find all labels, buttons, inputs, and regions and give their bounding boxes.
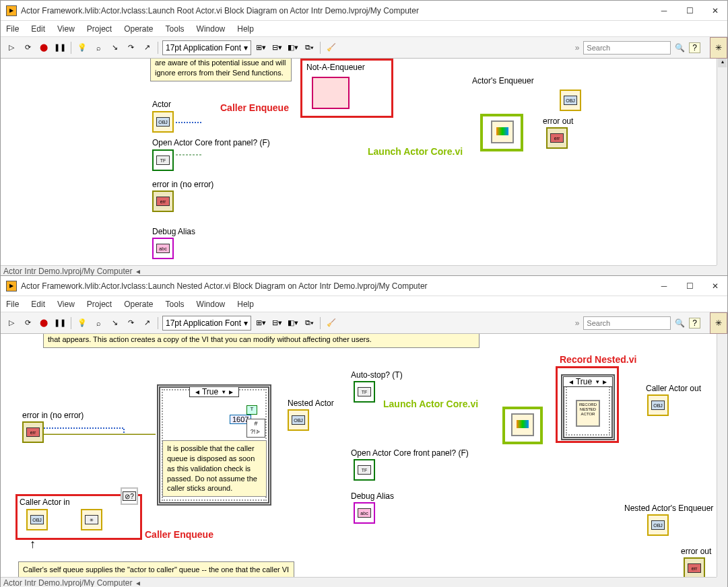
step-into-button[interactable]: ↘ [108, 41, 121, 55]
menu-project[interactable]: Project [87, 300, 112, 309]
maximize-button[interactable]: ☐ [683, 280, 696, 292]
nested-enqueuer-terminal[interactable]: OBJ [647, 514, 669, 536]
pause-button[interactable]: ❚❚ [53, 316, 67, 330]
caller-actor-helper[interactable]: ✳ [81, 509, 102, 530]
distribute-button[interactable]: ⊟▾ [270, 41, 284, 55]
abort-button[interactable]: ⬤ [37, 316, 51, 330]
null-check-subvi[interactable]: ⊘? [121, 487, 138, 505]
menu-project[interactable]: Project [87, 24, 112, 34]
maximize-button[interactable]: ☐ [683, 5, 696, 17]
minimize-button[interactable]: ─ [657, 280, 671, 292]
search-icon[interactable]: 🔍 [675, 43, 685, 53]
caller-actor-out-label: Caller Actor out [646, 384, 701, 393]
font-selector[interactable]: 17pt Application Font▾ [162, 40, 251, 55]
step-out-button[interactable]: ↗ [140, 316, 154, 330]
align-button[interactable]: ⊞▾ [254, 41, 267, 55]
menu-window[interactable]: Window [197, 24, 226, 34]
menu-tools[interactable]: Tools [166, 300, 185, 309]
menu-view[interactable]: View [57, 24, 75, 34]
highlight-button[interactable]: 💡 [75, 316, 89, 330]
caller-actor-out-terminal[interactable]: OBJ [647, 394, 669, 416]
search-chevron-icon[interactable]: » [575, 318, 580, 328]
debug-alias-terminal[interactable]: abc [152, 238, 174, 259]
caller-actor-in-terminal[interactable]: OBJ [26, 509, 48, 530]
launch-actor-core-subvi[interactable] [511, 413, 534, 436]
debug-alias-terminal[interactable]: abc [354, 502, 375, 524]
reorder-button[interactable]: ⧉▾ [302, 41, 316, 55]
search-icon[interactable]: 🔍 [675, 318, 685, 328]
cleanup-button[interactable]: 🧹 [325, 41, 338, 55]
autostop-terminal[interactable]: TF [354, 381, 375, 403]
launch-core-annotation: Launch Actor Core.vi [383, 399, 478, 409]
step-over-button[interactable]: ↷ [124, 41, 137, 55]
menu-window[interactable]: Window [197, 300, 226, 309]
run-button[interactable]: ▷ [5, 316, 18, 330]
reorder-button[interactable]: ⧉▾ [302, 316, 316, 330]
abort-button[interactable]: ⬤ [37, 41, 51, 55]
align-button[interactable]: ⊞▾ [254, 316, 267, 330]
close-button[interactable]: ✕ [708, 5, 722, 17]
run-button[interactable]: ▷ [5, 41, 18, 55]
help-button[interactable]: ? [689, 318, 700, 329]
menu-edit[interactable]: Edit [31, 300, 45, 309]
resize-button[interactable]: ◧▾ [286, 41, 300, 55]
resize-button[interactable]: ◧▾ [286, 316, 300, 330]
step-over-button[interactable]: ↷ [124, 316, 137, 330]
actor-label: Actor [152, 100, 171, 109]
scrollbar-v[interactable] [717, 334, 727, 577]
menu-operate[interactable]: Operate [124, 24, 153, 34]
run-cont-button[interactable]: ⟳ [21, 41, 34, 55]
font-selector[interactable]: 17pt Application Font▾ [162, 316, 251, 331]
menu-help[interactable]: Help [237, 300, 254, 309]
highlight-button[interactable]: 💡 [75, 41, 89, 55]
cleanup-button[interactable]: 🧹 [325, 316, 338, 330]
close-button[interactable]: ✕ [708, 280, 722, 292]
error-query-subvi[interactable]: #?!⪢ [246, 419, 265, 438]
path-text: Actor Intr Demo.lvproj/My Computer [3, 267, 132, 276]
vi-icon-corner[interactable]: ✳ [710, 312, 727, 334]
menu-tools[interactable]: Tools [166, 24, 185, 34]
open-fp-terminal[interactable]: TF [354, 459, 375, 481]
error-in-terminal[interactable]: err [152, 191, 174, 212]
error-out-label: error out [681, 547, 711, 556]
bool-constant[interactable]: T [246, 405, 257, 415]
actors-enqueuer-terminal[interactable]: OBJ [560, 90, 581, 111]
record-nested-actor-subvi[interactable]: RECORD NESTED ACTOR [576, 400, 600, 427]
step-into-button[interactable]: ↘ [108, 316, 121, 330]
nested-actor-terminal[interactable]: OBJ [288, 409, 309, 431]
run-cont-button[interactable]: ⟳ [21, 316, 34, 330]
case-selector[interactable]: ◂True▼▸ [189, 386, 239, 397]
not-a-enqueuer-const[interactable] [312, 77, 350, 109]
minimize-button[interactable]: ─ [657, 5, 671, 17]
path-bar[interactable]: Actor Intr Demo.lvproj/My Computer ◂ [1, 577, 717, 587]
retain-button[interactable]: ⌕ [92, 316, 105, 330]
error-out-label: error out [543, 116, 573, 126]
help-button[interactable]: ? [689, 42, 700, 53]
menu-file[interactable]: File [6, 24, 19, 34]
error-out-terminal[interactable]: err [684, 557, 705, 579]
retain-button[interactable]: ⌕ [92, 41, 105, 55]
pause-button[interactable]: ❚❚ [53, 41, 67, 55]
step-out-button[interactable]: ↗ [140, 41, 154, 55]
search-chevron-icon[interactable]: » [575, 43, 580, 53]
toolbar-top: ▷ ⟳ ⬤ ❚❚ 💡 ⌕ ↘ ↷ ↗ 17pt Application Font… [1, 37, 727, 59]
open-fp-terminal[interactable]: TF [152, 149, 174, 171]
scrollbar-v[interactable]: ▴ [717, 59, 727, 265]
distribute-button[interactable]: ⊟▾ [270, 316, 284, 330]
menu-edit[interactable]: Edit [31, 24, 45, 34]
menu-file[interactable]: File [6, 300, 19, 309]
launch-actor-core-subvi[interactable] [491, 120, 514, 143]
nested-actor-label: Nested Actor [288, 399, 334, 408]
path-bar[interactable]: Actor Intr Demo.lvproj/My Computer ◂ [1, 265, 717, 276]
search-input[interactable] [583, 316, 671, 330]
error-out-terminal[interactable]: err [546, 127, 568, 149]
menu-operate[interactable]: Operate [124, 300, 153, 309]
menu-help[interactable]: Help [237, 24, 254, 34]
error-in-terminal[interactable]: err [22, 421, 44, 443]
record-case-selector[interactable]: ◂True▼▸ [563, 376, 613, 387]
app-icon: ▶ [6, 5, 17, 16]
search-input[interactable] [583, 41, 671, 55]
vi-icon-corner[interactable]: ✳ [710, 37, 727, 59]
menu-view[interactable]: View [57, 300, 75, 309]
actor-terminal[interactable]: OBJ [152, 111, 174, 133]
